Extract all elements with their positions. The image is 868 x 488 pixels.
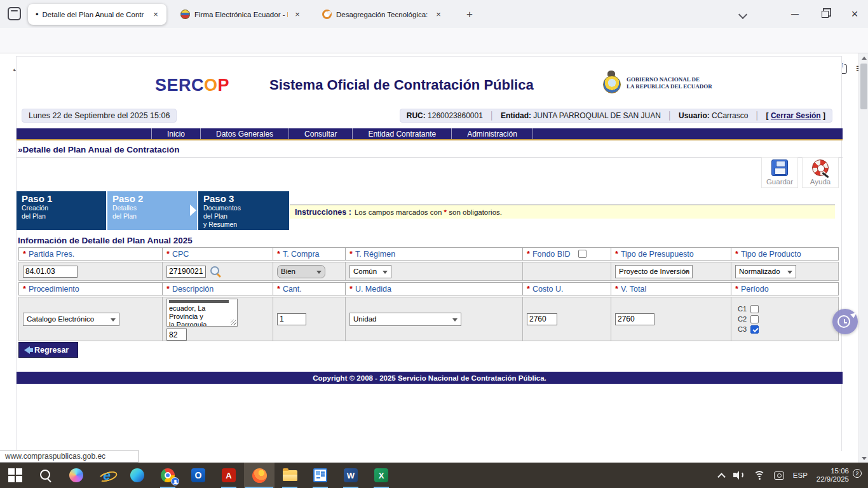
tray-chevron-up-icon[interactable] bbox=[718, 472, 724, 478]
taskbar-firefox-active[interactable] bbox=[244, 463, 275, 488]
detail-form: *Partida Pres. *CPC *T. Compra *T. Régim… bbox=[18, 247, 841, 342]
fondo-bid-checkbox[interactable] bbox=[578, 250, 587, 258]
taskbar-word[interactable]: W bbox=[336, 463, 366, 488]
firefox-view-icon[interactable] bbox=[8, 7, 21, 20]
tab-close-icon[interactable] bbox=[292, 9, 303, 20]
header-vtotal: *V. Total bbox=[611, 282, 731, 295]
cpc-search-magnifier-icon[interactable] bbox=[210, 266, 221, 277]
nav-item-entidad-contratante[interactable]: Entidad Contratante bbox=[352, 128, 451, 139]
wifi-icon[interactable] bbox=[754, 471, 765, 480]
tab-firma-electronica[interactable]: Firma Electrónica Ecuador - Firm bbox=[173, 4, 308, 25]
language-indicator[interactable]: ESP bbox=[793, 471, 808, 479]
tcompra-select[interactable]: Bien bbox=[277, 265, 325, 278]
taskbar-excel[interactable]: X bbox=[366, 463, 397, 488]
vtotal-input[interactable] bbox=[615, 313, 654, 325]
tab-list-chevron-icon[interactable] bbox=[736, 8, 750, 20]
scrollbar-up-arrow[interactable] bbox=[859, 53, 868, 62]
umedida-select[interactable]: Unidad bbox=[349, 313, 461, 326]
periodo-c2-checkbox[interactable] bbox=[750, 315, 759, 323]
regresar-button[interactable]: Regresar bbox=[18, 342, 78, 358]
cantidad-input[interactable] bbox=[277, 313, 306, 325]
periodo-c2-label: C2 bbox=[738, 315, 747, 323]
tipo-presupuesto-select[interactable]: Proyecto de Inversión bbox=[615, 265, 693, 278]
tab-close-icon[interactable] bbox=[150, 9, 161, 20]
entity-value: JUNTA PARROQUIAL DE SAN JUAN bbox=[533, 111, 660, 120]
tab-modified-dot: • bbox=[36, 10, 39, 19]
outlook-icon: O bbox=[191, 468, 205, 482]
guardar-label: Guardar bbox=[766, 178, 793, 186]
periodo-c3-checkbox[interactable] bbox=[750, 325, 759, 334]
step-1[interactable]: Paso 1 Creación del Plan bbox=[17, 191, 106, 230]
clock-display[interactable]: 15:06 22/9/2025 bbox=[817, 467, 849, 484]
edge-icon bbox=[130, 468, 144, 482]
excel-icon: X bbox=[374, 468, 388, 482]
periodo-c1-checkbox[interactable] bbox=[750, 305, 759, 313]
notification-badge: 2 bbox=[853, 469, 862, 478]
back-arrow-icon bbox=[24, 346, 30, 354]
floating-timer-bubble[interactable] bbox=[832, 309, 858, 334]
site-footer: Copyright © 2008 - 2025 Servicio Naciona… bbox=[17, 372, 843, 384]
header-descripcion: *Descripción bbox=[162, 282, 273, 295]
datetime-chip: Lunes 22 de Septiembre del 2025 15:06 bbox=[22, 109, 177, 123]
taskbar-outlook[interactable]: O bbox=[183, 463, 214, 488]
partida-input[interactable] bbox=[23, 266, 78, 278]
gov-line2: LA REPUBLICA DEL ECUADOR bbox=[627, 83, 712, 90]
taskbar-search-button[interactable] bbox=[31, 463, 61, 488]
session-bar: RUC: 1260023860001 │ Entidad: JUNTA PARR… bbox=[400, 109, 832, 123]
section-title: Información de Detalle del Plan Anual 20… bbox=[18, 236, 193, 245]
tab-desagregacion[interactable]: Desagregación Tecnológica: Cál bbox=[315, 4, 449, 25]
nav-item-consultar[interactable]: Consultar bbox=[288, 128, 352, 139]
taskbar-copilot[interactable] bbox=[61, 463, 92, 488]
page-scrollbar[interactable] bbox=[858, 53, 868, 463]
guardar-button[interactable]: Guardar bbox=[761, 157, 798, 188]
procedimiento-select[interactable]: Catalogo Electrónico bbox=[23, 313, 119, 326]
taskbar-chrome[interactable] bbox=[153, 463, 183, 488]
taskbar-internet-explorer[interactable] bbox=[92, 463, 122, 488]
system-tray: ESP 15:06 22/9/2025 2 bbox=[718, 463, 868, 488]
logout-bracket: [ bbox=[766, 111, 769, 120]
header-partida: *Partida Pres. bbox=[18, 247, 163, 261]
display-tray-icon[interactable] bbox=[774, 471, 784, 480]
costo-input[interactable] bbox=[527, 313, 557, 325]
new-tab-button[interactable] bbox=[463, 8, 477, 22]
header-tregimen: *T. Régimen bbox=[345, 247, 523, 261]
taskbar-acrobat[interactable]: A bbox=[214, 463, 244, 488]
descripcion-code-input[interactable] bbox=[166, 329, 187, 341]
user-value: CCarrasco bbox=[712, 111, 748, 120]
taskbar-image-app[interactable] bbox=[305, 463, 336, 488]
save-floppy-icon bbox=[771, 159, 788, 176]
tab-close-icon[interactable] bbox=[433, 9, 444, 20]
ayuda-button[interactable]: Ayuda bbox=[802, 157, 839, 188]
nav-item-inicio[interactable]: Inicio bbox=[151, 128, 200, 139]
clock-icon bbox=[837, 315, 850, 328]
scrollbar-down-arrow[interactable] bbox=[859, 454, 868, 463]
nav-item-datos-generales[interactable]: Datos Generales bbox=[200, 128, 288, 139]
tab-detalle-plan[interactable]: • Detalle del Plan Anual de Contr bbox=[28, 4, 166, 25]
logout-link[interactable]: Cerrar Sesión bbox=[771, 111, 821, 120]
tray-time: 15:06 bbox=[817, 467, 849, 476]
start-button[interactable] bbox=[0, 463, 31, 488]
window-close-button[interactable] bbox=[845, 6, 864, 22]
ruc-value: 1260023860001 bbox=[428, 111, 483, 120]
window-restore-button[interactable] bbox=[815, 6, 834, 22]
fondo-bid-empty-cell bbox=[522, 262, 611, 281]
cpc-input[interactable] bbox=[166, 266, 206, 278]
browser-status-bar: www.compraspublicas.gob.ec bbox=[0, 450, 139, 463]
descripcion-textarea[interactable]: ecuador, La Provincia y la Parroquia. bbox=[166, 299, 238, 327]
header-procedimiento: *Procedimiento bbox=[18, 282, 163, 295]
windows-taskbar: O A W X ESP 15:06 22/9/2025 2 bbox=[0, 463, 868, 488]
ruc-label: RUC: bbox=[407, 111, 426, 120]
taskbar-file-explorer[interactable] bbox=[275, 463, 305, 488]
taskbar-edge[interactable] bbox=[122, 463, 153, 488]
step-3[interactable]: Paso 3 Documentos del Plan y Resumen bbox=[198, 191, 289, 230]
tipo-producto-select[interactable]: Normalizado bbox=[735, 265, 796, 278]
scrollbar-thumb[interactable] bbox=[860, 64, 867, 109]
periodo-c3-label: C3 bbox=[738, 325, 747, 333]
tregimen-select[interactable]: Común bbox=[349, 265, 391, 278]
gov-line1: GOBIERNO NACIONAL DE bbox=[627, 76, 712, 83]
step-2-active[interactable]: Paso 2 Detalles del Plan bbox=[107, 191, 197, 230]
volume-icon[interactable] bbox=[733, 470, 745, 480]
window-minimize-button[interactable] bbox=[785, 6, 804, 22]
nav-item-administracion[interactable]: Administración bbox=[451, 128, 533, 139]
header-periodo: *Período bbox=[731, 282, 839, 295]
